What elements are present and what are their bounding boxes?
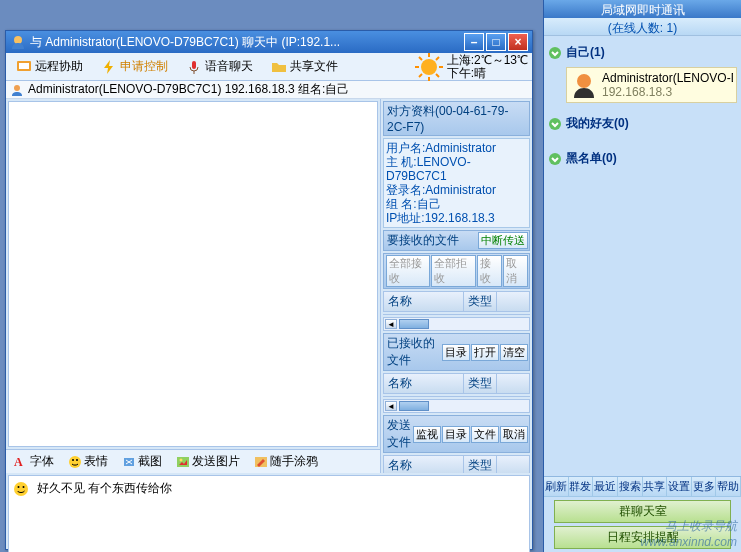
svg-point-26: [549, 118, 561, 130]
cancel-recv-button[interactable]: 取消: [503, 255, 528, 287]
interrupt-button[interactable]: 中断传送: [478, 232, 528, 249]
expand-icon[interactable]: [548, 152, 562, 166]
font-icon: A: [14, 455, 28, 469]
group-blacklist[interactable]: 黑名单(0): [548, 148, 737, 169]
scrollbar[interactable]: ◄: [383, 317, 530, 331]
accept-all-button[interactable]: 全部接收: [386, 255, 430, 287]
format-bar: A字体 表情 截图 发送图片 随手涂鸦: [6, 449, 380, 473]
scroll-thumb[interactable]: [399, 319, 429, 329]
toolbar: 远程协助 申请控制 语音聊天 共享文件 上海:2℃～13℃下午:晴: [6, 53, 532, 81]
send-file-button[interactable]: 文件: [471, 426, 499, 443]
send-files-cols: 名称类型: [383, 455, 530, 473]
svg-point-14: [69, 456, 81, 468]
svg-rect-2: [19, 63, 29, 69]
recv-pending-header: 要接收的文件中断传送: [383, 230, 530, 251]
reject-all-button[interactable]: 全部拒收: [431, 255, 475, 287]
voice-chat-button[interactable]: 语音聊天: [180, 56, 259, 77]
svg-line-12: [419, 74, 422, 77]
contacts-tree[interactable]: 自己(1) Administrator(LENOVO-D79BC7 192.16…: [544, 36, 741, 476]
recv-done-header: 已接收的文件目录打开清空: [383, 333, 530, 371]
svg-point-25: [577, 74, 591, 88]
message-input[interactable]: 好久不见 有个东西传给你: [8, 475, 530, 552]
smile-icon: [68, 455, 82, 469]
peer-bar: Administrator(LENOVO-D79BC7C1) 192.168.1…: [6, 81, 532, 99]
send-dir-button[interactable]: 目录: [442, 426, 470, 443]
scroll-left-icon[interactable]: ◄: [385, 319, 397, 329]
scroll-thumb[interactable]: [399, 401, 429, 411]
close-button[interactable]: ×: [508, 33, 528, 51]
emoji-button[interactable]: 表情: [64, 452, 112, 471]
group-send-button[interactable]: 群发: [569, 477, 594, 496]
contacts-bottom: 刷新 群发 最近 搜索 共享 设置 更多 帮助 群聊天室 日程安排提醒: [544, 476, 741, 552]
schedule-button[interactable]: 日程安排提醒: [554, 526, 731, 549]
right-column: 对方资料(00-04-61-79-2C-F7) 用户名:Administrato…: [381, 99, 532, 473]
minimize-button[interactable]: –: [464, 33, 484, 51]
search-button[interactable]: 搜索: [618, 477, 643, 496]
recent-button[interactable]: 最近: [593, 477, 618, 496]
settings-button[interactable]: 设置: [667, 477, 692, 496]
titlebar[interactable]: 与 Administrator(LENOVO-D79BC7C1) 聊天中 (IP…: [6, 31, 532, 53]
window-title: 与 Administrator(LENOVO-D79BC7C1) 聊天中 (IP…: [30, 34, 462, 51]
scissors-icon: [122, 455, 136, 469]
group-chat-button[interactable]: 群聊天室: [554, 500, 731, 523]
pencil-icon: [254, 455, 268, 469]
online-count: (在线人数: 1): [544, 18, 741, 36]
sun-icon: [415, 53, 443, 81]
contacts-panel: 局域网即时通讯 (在线人数: 1) 自己(1) Administrator(LE…: [543, 0, 741, 552]
svg-point-23: [23, 486, 25, 488]
svg-rect-3: [192, 61, 196, 69]
svg-line-9: [419, 57, 422, 60]
mic-icon: [186, 59, 202, 75]
recv-done-cols: 名称类型: [383, 373, 530, 394]
font-button[interactable]: A字体: [10, 452, 58, 471]
lightning-icon: [101, 59, 117, 75]
svg-point-21: [14, 482, 28, 496]
scrollbar[interactable]: ◄: [383, 399, 530, 413]
recv-pending-actions: 全部接收全部拒收接收取消: [383, 253, 530, 289]
recv-done-list[interactable]: [383, 396, 530, 397]
svg-point-13: [14, 85, 20, 91]
send-files-header: 发送文件监视目录文件取消: [383, 415, 530, 453]
svg-point-15: [72, 459, 74, 461]
scroll-left-icon[interactable]: ◄: [385, 401, 397, 411]
main-row: A字体 表情 截图 发送图片 随手涂鸦 对方资料(00-04-61-79-2C-…: [6, 99, 532, 473]
remote-assist-button[interactable]: 远程协助: [10, 56, 89, 77]
recv-pending-list[interactable]: [383, 314, 530, 315]
screenshot-button[interactable]: 截图: [118, 452, 166, 471]
svg-point-22: [18, 486, 20, 488]
svg-point-27: [549, 153, 561, 165]
refresh-button[interactable]: 刷新: [544, 477, 569, 496]
svg-line-11: [436, 57, 439, 60]
svg-point-24: [549, 47, 561, 59]
accept-button[interactable]: 接收: [477, 255, 502, 287]
group-friends[interactable]: 我的好友(0): [548, 113, 737, 134]
apply-control-button[interactable]: 申请控制: [95, 56, 174, 77]
svg-rect-18: [177, 457, 189, 467]
share-file-button[interactable]: 共享文件: [265, 56, 344, 77]
monitor-button[interactable]: 监视: [413, 426, 441, 443]
more-button[interactable]: 更多: [692, 477, 717, 496]
left-column: A字体 表情 截图 发送图片 随手涂鸦: [6, 99, 381, 473]
send-cancel-button[interactable]: 取消: [500, 426, 528, 443]
group-self[interactable]: 自己(1): [548, 42, 737, 63]
peer-info-header: 对方资料(00-04-61-79-2C-F7): [383, 101, 530, 136]
maximize-button[interactable]: □: [486, 33, 506, 51]
dir-button[interactable]: 目录: [442, 344, 470, 361]
image-icon: [176, 455, 190, 469]
share-button[interactable]: 共享: [643, 477, 668, 496]
expand-icon[interactable]: [548, 46, 562, 60]
folder-icon: [271, 59, 287, 75]
svg-line-10: [436, 74, 439, 77]
contact-item[interactable]: Administrator(LENOVO-D79BC7 192.168.18.3: [566, 67, 737, 103]
bottom-nav: 刷新 群发 最近 搜索 共享 设置 更多 帮助: [544, 477, 741, 497]
weather-widget: 上海:2℃～13℃下午:晴: [415, 53, 528, 81]
expand-icon[interactable]: [548, 117, 562, 131]
open-button[interactable]: 打开: [471, 344, 499, 361]
clear-button[interactable]: 清空: [500, 344, 528, 361]
avatar-icon: [10, 83, 24, 97]
chat-history[interactable]: [8, 101, 378, 447]
help-button[interactable]: 帮助: [716, 477, 741, 496]
svg-point-0: [14, 36, 22, 44]
send-image-button[interactable]: 发送图片: [172, 452, 244, 471]
doodle-button[interactable]: 随手涂鸦: [250, 452, 322, 471]
